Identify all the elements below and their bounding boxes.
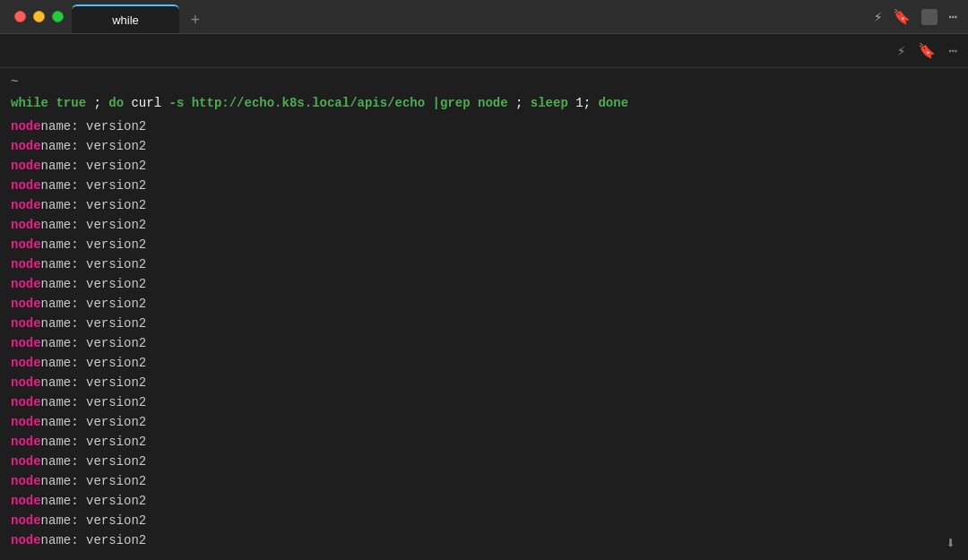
tab-while-label: while — [112, 13, 139, 27]
keyword-true: true — [56, 96, 86, 110]
output-row-5: node name: version2 — [11, 195, 957, 215]
output-row-20: node name: version2 — [11, 491, 957, 511]
cmd-curl: curl — [131, 96, 161, 110]
output-row-3: node name: version2 — [11, 156, 957, 176]
output-row-6: node name: version2 — [11, 215, 957, 235]
profile-icon[interactable] — [921, 9, 938, 25]
maximize-button[interactable] — [52, 11, 64, 22]
tab-bar: while + — [72, 0, 860, 33]
keyword-do: do — [108, 96, 124, 110]
output-row-16: node name: version2 — [11, 412, 957, 432]
output-row-4: node name: version2 — [11, 176, 957, 195]
minimize-button[interactable] — [33, 11, 45, 22]
output-row-15: node name: version2 — [11, 392, 957, 412]
more-icon[interactable]: ⋯ — [948, 8, 957, 26]
output-row-11: node name: version2 — [11, 314, 957, 333]
url-text: http://echo.k8s.local/apis/echo — [192, 96, 425, 110]
output-row-12: node name: version2 — [11, 333, 957, 353]
keyword-sleep: sleep — [531, 96, 568, 110]
add-tab-button[interactable]: + — [183, 8, 208, 33]
tilde-line: ~ — [11, 72, 957, 91]
terminal-content[interactable]: ~ while true ; do curl -s http://echo.k8… — [0, 68, 968, 560]
output-row-14: node name: version2 — [11, 373, 957, 392]
flag-s: -s — [169, 96, 184, 110]
output-row-17: node name: version2 — [11, 432, 957, 452]
pipe-grep: |grep — [433, 96, 471, 110]
output-row-22: node name: version2 — [11, 530, 957, 550]
keyword-done: done — [598, 96, 628, 110]
download-icon[interactable]: ⬇ — [946, 533, 955, 553]
toolbar-lightning-icon[interactable]: ⚡ — [897, 42, 906, 60]
output-row-8: node name: version2 — [11, 254, 957, 274]
output-row-13: node name: version2 — [11, 353, 957, 373]
title-bar: while + ⚡ 🔖 ⋯ — [0, 0, 968, 34]
lightning-icon[interactable]: ⚡ — [874, 8, 883, 26]
output-row-21: node name: version2 — [11, 511, 957, 530]
node-arg: node — [478, 96, 508, 110]
bookmark-icon[interactable]: 🔖 — [893, 8, 911, 26]
title-bar-icons: ⚡ 🔖 ⋯ — [874, 8, 957, 26]
close-button[interactable] — [14, 11, 26, 22]
output-row-2: node name: version2 — [11, 136, 957, 156]
output-row-9: node name: version2 — [11, 274, 957, 294]
toolbar: ⚡ 🔖 ⋯ — [0, 34, 968, 68]
output-row-10: node name: version2 — [11, 294, 957, 314]
output-row-1: node name: version2 — [11, 116, 957, 136]
toolbar-more-icon[interactable]: ⋯ — [948, 42, 957, 60]
command-line: while true ; do curl -s http://echo.k8s.… — [11, 93, 957, 113]
output-row-19: node name: version2 — [11, 471, 957, 491]
toolbar-bookmark-icon[interactable]: 🔖 — [918, 42, 936, 60]
traffic-lights — [0, 11, 64, 22]
keyword-while: while — [11, 96, 48, 110]
output-row-7: node name: version2 — [11, 235, 957, 254]
output-row-18: node name: version2 — [11, 452, 957, 471]
tab-while[interactable]: while — [72, 4, 179, 33]
